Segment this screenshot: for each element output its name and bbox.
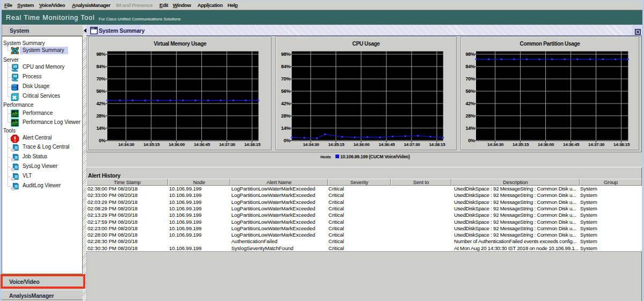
svg-text:14:34:30: 14:34:30	[303, 142, 319, 147]
svg-text:98%: 98%	[465, 52, 474, 57]
svg-text:14:35:15: 14:35:15	[143, 142, 160, 147]
svg-text:56%: 56%	[96, 89, 105, 94]
svg-text:14:36:45: 14:36:45	[378, 142, 395, 147]
svg-text:28%: 28%	[281, 113, 290, 119]
svg-text:0%: 0%	[468, 138, 475, 143]
svg-text:56%: 56%	[465, 89, 474, 94]
svg-text:70%: 70%	[465, 76, 474, 82]
svg-text:70%: 70%	[281, 76, 290, 82]
svg-text:14:35:15: 14:35:15	[513, 142, 529, 147]
svg-text:14:37:30: 14:37:30	[404, 142, 420, 147]
svg-text:70%: 70%	[96, 76, 105, 82]
svg-text:14:38:15: 14:38:15	[429, 142, 445, 147]
svg-text:14:36:45: 14:36:45	[194, 142, 210, 147]
svg-text:42%: 42%	[281, 101, 290, 106]
svg-text:14:36:45: 14:36:45	[563, 142, 580, 147]
svg-text:14:38:15: 14:38:15	[613, 142, 630, 147]
svg-text:14:35:15: 14:35:15	[328, 142, 345, 147]
svg-text:42%: 42%	[465, 101, 474, 106]
svg-text:42%: 42%	[96, 101, 105, 106]
svg-text:28%: 28%	[96, 113, 105, 119]
svg-text:14:34:30: 14:34:30	[118, 142, 135, 147]
svg-text:28%: 28%	[465, 113, 474, 119]
svg-text:56%: 56%	[281, 89, 290, 94]
svg-text:14:37:30: 14:37:30	[588, 142, 605, 147]
svg-text:84%: 84%	[281, 64, 290, 69]
svg-text:0%: 0%	[99, 138, 106, 143]
svg-text:0%: 0%	[283, 138, 290, 143]
svg-text:14:36:00: 14:36:00	[169, 142, 185, 147]
svg-text:14%: 14%	[465, 126, 474, 131]
svg-text:14:34:30: 14:34:30	[487, 142, 504, 147]
svg-text:14:38:15: 14:38:15	[244, 142, 261, 147]
svg-text:14:36:00: 14:36:00	[538, 142, 554, 147]
svg-text:84%: 84%	[96, 64, 105, 69]
svg-text:98%: 98%	[281, 52, 290, 57]
svg-text:14%: 14%	[96, 126, 105, 131]
svg-text:98%: 98%	[96, 52, 105, 57]
svg-text:14:37:30: 14:37:30	[219, 142, 236, 147]
svg-text:14:36:00: 14:36:00	[353, 142, 370, 147]
svg-text:14%: 14%	[281, 126, 290, 131]
svg-text:84%: 84%	[465, 64, 474, 69]
